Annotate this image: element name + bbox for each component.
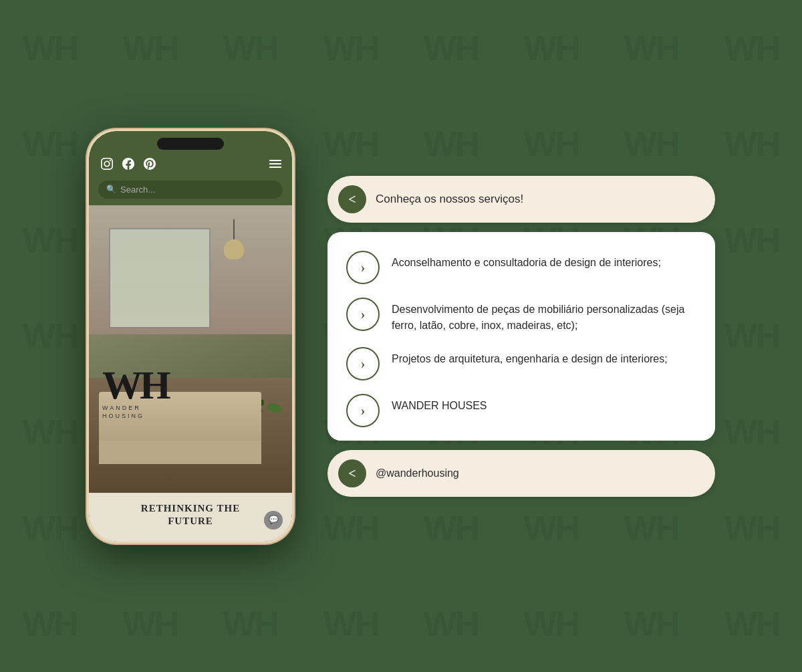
- phone-frame: 🔍 Search...: [87, 129, 294, 544]
- service-2-button[interactable]: ›: [346, 298, 380, 331]
- list-item: › WANDER HOUSES: [346, 394, 696, 427]
- service-4-button[interactable]: ›: [346, 394, 380, 427]
- back-button[interactable]: <: [338, 185, 366, 213]
- top-navigation-pill: < Conheça os nossos serviços!: [327, 176, 715, 223]
- phone-bottom-banner: RETHINKING THE FUTURE 💬: [89, 493, 292, 542]
- chat-button[interactable]: 💬: [264, 511, 283, 530]
- back-chevron-icon: <: [348, 193, 356, 206]
- list-item: › Projetos de arquitetura, engenharia e …: [346, 347, 696, 380]
- tagline-line2: FUTURE: [100, 515, 281, 528]
- bottom-back-chevron-icon: <: [348, 467, 356, 480]
- logo-housing: HOUSING: [102, 413, 168, 419]
- services-heading: Conheça os nossos serviços!: [376, 193, 523, 206]
- service-3-text: Projetos de arquitetura, engenharia e de…: [392, 347, 668, 367]
- interior-image: WH WANDER HOUSING: [89, 205, 292, 493]
- chevron-right-icon: ›: [361, 308, 366, 321]
- services-card: › Aconselhamento e consultadoria de desi…: [327, 232, 715, 441]
- search-placeholder: Search...: [120, 185, 155, 195]
- pinterest-icon: [142, 156, 157, 171]
- logo-wh-text: WH: [102, 367, 168, 403]
- list-item: › Desenvolvimento de peças de mobiliário…: [346, 298, 696, 334]
- tagline-line1: RETHINKING THE: [100, 502, 281, 516]
- phone-section: 🔍 Search...: [87, 129, 294, 544]
- chat-icon: 💬: [269, 515, 279, 525]
- phone-logo: WH WANDER HOUSING: [102, 367, 168, 419]
- chevron-right-icon: ›: [361, 261, 366, 274]
- search-icon: 🔍: [106, 185, 116, 195]
- service-1-text: Aconselhamento e consultadoria de design…: [392, 251, 661, 271]
- bottom-navigation-pill: < @wanderhousing: [327, 450, 715, 497]
- phone-screen: 🔍 Search...: [89, 131, 292, 542]
- facebook-icon: [121, 156, 136, 171]
- chevron-right-icon: ›: [361, 357, 366, 370]
- instagram-handle: @wanderhousing: [376, 467, 459, 479]
- phone-search-bar[interactable]: 🔍 Search...: [89, 177, 292, 205]
- list-item: › Aconselhamento e consultadoria de desi…: [346, 251, 696, 284]
- hamburger-menu[interactable]: [269, 160, 281, 168]
- service-3-button[interactable]: ›: [346, 347, 380, 380]
- bottom-back-button[interactable]: <: [338, 459, 366, 487]
- chevron-right-icon: ›: [361, 404, 366, 417]
- service-4-text: WANDER HOUSES: [392, 394, 487, 414]
- phone-notch: [157, 138, 224, 150]
- services-section: < Conheça os nossos serviços! › Aconselh…: [327, 176, 715, 497]
- service-1-button[interactable]: ›: [346, 251, 380, 284]
- instagram-icon: [100, 156, 114, 171]
- main-layout: 🔍 Search...: [0, 0, 802, 672]
- service-2-text: Desenvolvimento de peças de mobiliário p…: [392, 298, 696, 334]
- social-icons: [100, 156, 157, 171]
- phone-image-area: WH WANDER HOUSING: [89, 205, 292, 493]
